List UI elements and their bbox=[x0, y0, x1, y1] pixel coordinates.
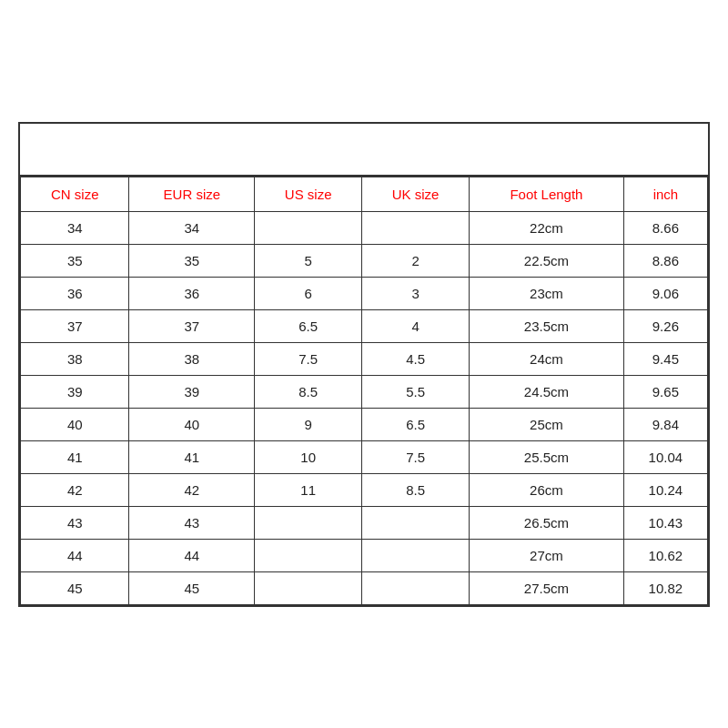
cell-eur: 36 bbox=[129, 277, 255, 309]
cell-foot: 26.5cm bbox=[470, 506, 624, 539]
cell-cn: 42 bbox=[21, 473, 129, 506]
table-row: 404096.525cm9.84 bbox=[21, 408, 708, 440]
cell-foot: 27.5cm bbox=[470, 571, 624, 604]
cell-us: 9 bbox=[255, 408, 362, 440]
cell-uk bbox=[362, 506, 470, 539]
cell-uk bbox=[362, 539, 470, 571]
cell-us bbox=[255, 506, 362, 539]
cell-uk: 7.5 bbox=[362, 440, 470, 473]
cell-us: 10 bbox=[255, 440, 362, 473]
cell-inch: 8.86 bbox=[623, 244, 707, 277]
header-row: CN size EUR size US size UK size Foot Le… bbox=[21, 177, 708, 211]
cell-cn: 38 bbox=[21, 342, 129, 375]
cell-inch: 9.45 bbox=[623, 342, 707, 375]
cell-inch: 9.26 bbox=[623, 309, 707, 342]
cell-foot: 24cm bbox=[470, 342, 624, 375]
cell-eur: 41 bbox=[129, 440, 255, 473]
table-row: 36366323cm9.06 bbox=[21, 277, 708, 309]
cell-us: 11 bbox=[255, 473, 362, 506]
cell-inch: 10.82 bbox=[623, 571, 707, 604]
cell-eur: 38 bbox=[129, 342, 255, 375]
cell-eur: 45 bbox=[129, 571, 255, 604]
cell-us bbox=[255, 571, 362, 604]
col-us: US size bbox=[255, 177, 362, 211]
table-row: 454527.5cm10.82 bbox=[21, 571, 708, 604]
cell-us: 8.5 bbox=[255, 375, 362, 408]
cell-eur: 35 bbox=[129, 244, 255, 277]
cell-cn: 35 bbox=[21, 244, 129, 277]
cell-uk bbox=[362, 211, 470, 244]
cell-uk bbox=[362, 571, 470, 604]
cell-foot: 22.5cm bbox=[470, 244, 624, 277]
cell-cn: 43 bbox=[21, 506, 129, 539]
cell-inch: 9.84 bbox=[623, 408, 707, 440]
cell-foot: 25.5cm bbox=[470, 440, 624, 473]
size-table: CN size EUR size US size UK size Foot Le… bbox=[20, 177, 708, 605]
cell-us: 6 bbox=[255, 277, 362, 309]
cell-cn: 44 bbox=[21, 539, 129, 571]
cell-uk: 6.5 bbox=[362, 408, 470, 440]
cell-inch: 10.24 bbox=[623, 473, 707, 506]
cell-cn: 34 bbox=[21, 211, 129, 244]
table-body: 343422cm8.6635355222.5cm8.8636366323cm9.… bbox=[21, 211, 708, 604]
cell-eur: 42 bbox=[129, 473, 255, 506]
table-row: 343422cm8.66 bbox=[21, 211, 708, 244]
cell-cn: 39 bbox=[21, 375, 129, 408]
col-uk: UK size bbox=[362, 177, 470, 211]
cell-uk: 3 bbox=[362, 277, 470, 309]
cell-eur: 40 bbox=[129, 408, 255, 440]
cell-cn: 40 bbox=[21, 408, 129, 440]
cell-eur: 39 bbox=[129, 375, 255, 408]
cell-us: 7.5 bbox=[255, 342, 362, 375]
cell-eur: 43 bbox=[129, 506, 255, 539]
cell-uk: 4.5 bbox=[362, 342, 470, 375]
table-row: 35355222.5cm8.86 bbox=[21, 244, 708, 277]
cell-cn: 41 bbox=[21, 440, 129, 473]
cell-uk: 4 bbox=[362, 309, 470, 342]
table-row: 4242118.526cm10.24 bbox=[21, 473, 708, 506]
chart-title bbox=[20, 124, 708, 177]
cell-inch: 9.65 bbox=[623, 375, 707, 408]
col-foot: Foot Length bbox=[470, 177, 624, 211]
table-row: 37376.5423.5cm9.26 bbox=[21, 309, 708, 342]
cell-cn: 37 bbox=[21, 309, 129, 342]
cell-foot: 22cm bbox=[470, 211, 624, 244]
cell-foot: 27cm bbox=[470, 539, 624, 571]
table-row: 38387.54.524cm9.45 bbox=[21, 342, 708, 375]
cell-eur: 37 bbox=[129, 309, 255, 342]
cell-eur: 34 bbox=[129, 211, 255, 244]
cell-us: 5 bbox=[255, 244, 362, 277]
cell-uk: 2 bbox=[362, 244, 470, 277]
table-row: 434326.5cm10.43 bbox=[21, 506, 708, 539]
table-row: 444427cm10.62 bbox=[21, 539, 708, 571]
table-row: 4141107.525.5cm10.04 bbox=[21, 440, 708, 473]
cell-cn: 36 bbox=[21, 277, 129, 309]
cell-us bbox=[255, 211, 362, 244]
cell-foot: 24.5cm bbox=[470, 375, 624, 408]
cell-inch: 10.04 bbox=[623, 440, 707, 473]
cell-uk: 8.5 bbox=[362, 473, 470, 506]
cell-inch: 8.66 bbox=[623, 211, 707, 244]
table-row: 39398.55.524.5cm9.65 bbox=[21, 375, 708, 408]
col-eur: EUR size bbox=[129, 177, 255, 211]
size-chart: CN size EUR size US size UK size Foot Le… bbox=[18, 122, 710, 607]
col-inch: inch bbox=[623, 177, 707, 211]
cell-eur: 44 bbox=[129, 539, 255, 571]
cell-foot: 23cm bbox=[470, 277, 624, 309]
cell-inch: 10.62 bbox=[623, 539, 707, 571]
cell-foot: 23.5cm bbox=[470, 309, 624, 342]
table-header: CN size EUR size US size UK size Foot Le… bbox=[21, 177, 708, 211]
cell-cn: 45 bbox=[21, 571, 129, 604]
cell-foot: 26cm bbox=[470, 473, 624, 506]
cell-foot: 25cm bbox=[470, 408, 624, 440]
cell-inch: 10.43 bbox=[623, 506, 707, 539]
cell-uk: 5.5 bbox=[362, 375, 470, 408]
cell-us: 6.5 bbox=[255, 309, 362, 342]
cell-us bbox=[255, 539, 362, 571]
cell-inch: 9.06 bbox=[623, 277, 707, 309]
col-cn: CN size bbox=[21, 177, 129, 211]
